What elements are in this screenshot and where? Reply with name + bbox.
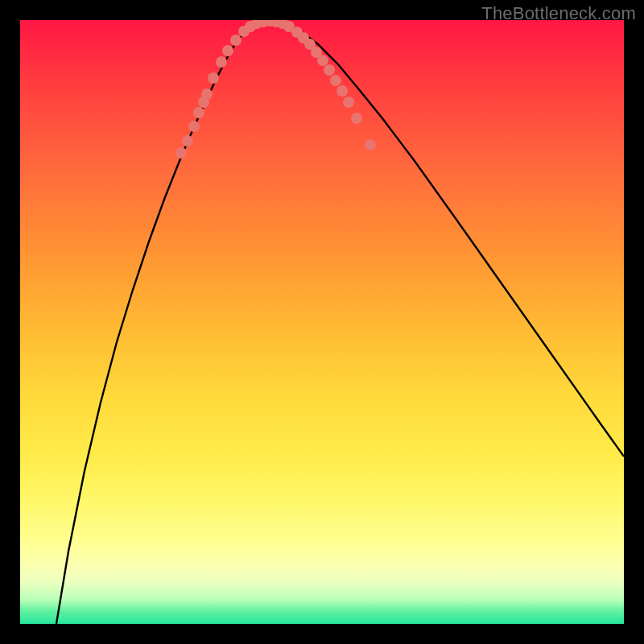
data-marker bbox=[277, 20, 288, 29]
watermark-text: TheBottleneck.com bbox=[481, 3, 636, 24]
data-marker bbox=[193, 107, 204, 118]
plot-area bbox=[20, 20, 624, 624]
chart-frame: TheBottleneck.com bbox=[0, 0, 644, 644]
data-marker bbox=[198, 97, 209, 108]
data-marker bbox=[351, 113, 362, 124]
data-marker bbox=[336, 85, 348, 97]
data-marker bbox=[251, 20, 262, 29]
bottleneck-curve bbox=[56, 22, 624, 624]
data-marker bbox=[317, 55, 328, 66]
data-marker bbox=[365, 139, 376, 151]
data-marker bbox=[270, 20, 282, 27]
data-marker bbox=[238, 26, 250, 37]
data-marker bbox=[216, 56, 227, 68]
data-marker bbox=[175, 147, 187, 159]
data-marker bbox=[182, 135, 193, 147]
data-marker bbox=[330, 75, 341, 86]
data-marker bbox=[264, 20, 275, 27]
data-marker bbox=[304, 39, 316, 50]
data-marker bbox=[188, 121, 200, 132]
data-marker bbox=[324, 64, 335, 76]
data-markers bbox=[175, 20, 376, 159]
data-marker bbox=[291, 27, 303, 38]
data-marker bbox=[283, 21, 295, 32]
data-marker bbox=[222, 45, 233, 56]
data-marker bbox=[208, 72, 219, 84]
data-marker bbox=[245, 21, 256, 32]
data-marker bbox=[258, 20, 269, 27]
data-marker bbox=[201, 89, 213, 100]
data-marker bbox=[298, 32, 309, 43]
data-marker bbox=[230, 35, 242, 46]
data-marker bbox=[343, 97, 354, 108]
data-marker bbox=[311, 47, 322, 58]
bottleneck-curve-svg bbox=[20, 20, 624, 624]
